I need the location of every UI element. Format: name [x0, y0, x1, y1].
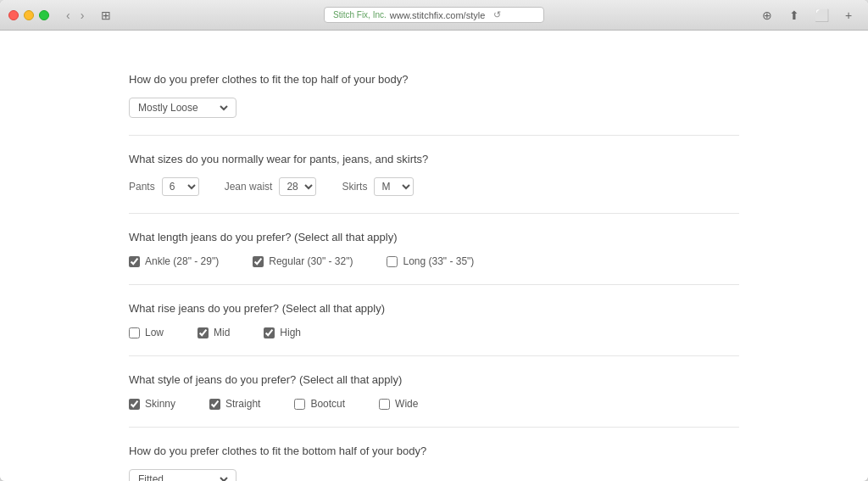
checkbox-ankle[interactable]: Ankle (28" - 29") [129, 255, 219, 267]
jeans-waist-select[interactable]: 24252627 282930 [279, 177, 316, 196]
checkbox-low-input[interactable] [129, 327, 140, 338]
checkbox-high-label: High [280, 327, 301, 338]
pants-label: Pants [129, 181, 155, 193]
bottom-fit-select-wrapper: Very Loose Mostly Loose Somewhat Fitted … [129, 469, 236, 481]
nav-buttons: ‹ › [63, 8, 87, 22]
checkbox-bootcut-label: Bootcut [310, 398, 345, 410]
window-button[interactable]: ⬜ [810, 6, 832, 25]
checkbox-long-label: Long (33" - 35") [403, 255, 474, 267]
page-content: How do you prefer clothes to fit the top… [0, 31, 868, 481]
skirts-select[interactable]: XSS MLXL [374, 177, 414, 196]
secure-indicator: Stitch Fix, Inc. [333, 10, 387, 20]
back-button[interactable]: ‹ [63, 8, 74, 22]
sidebar-button[interactable]: ⊞ [97, 8, 114, 22]
checkbox-regular-label: Regular (30" - 32") [269, 255, 353, 267]
section-top-fit: How do you prefer clothes to fit the top… [129, 56, 739, 136]
top-fit-select[interactable]: Very Loose Mostly Loose Somewhat Fitted … [135, 101, 231, 115]
checkbox-bootcut[interactable]: Bootcut [294, 398, 345, 410]
checkbox-long[interactable]: Long (33" - 35") [387, 255, 474, 267]
url-text: www.stitchfix.com/style [390, 10, 485, 20]
checkbox-wide-input[interactable] [379, 399, 390, 410]
checkbox-high-input[interactable] [264, 327, 275, 338]
jeans-waist-label: Jean waist [225, 181, 273, 193]
checkbox-straight-input[interactable] [209, 399, 220, 410]
jeans-length-group: Ankle (28" - 29") Regular (30" - 32") Lo… [129, 255, 739, 267]
checkbox-skinny[interactable]: Skinny [129, 398, 175, 410]
url-box[interactable]: Stitch Fix, Inc. www.stitchfix.com/style… [324, 7, 544, 23]
checkbox-bootcut-input[interactable] [294, 399, 305, 410]
section-jeans-length: What length jeans do you prefer? (Select… [129, 214, 739, 285]
checkbox-skinny-label: Skinny [145, 398, 175, 410]
refresh-button[interactable]: ↺ [493, 9, 501, 20]
section-jeans-style: What style of jeans do you prefer? (Sele… [129, 356, 739, 428]
content-area: How do you prefer clothes to fit the top… [112, 31, 756, 481]
share-button[interactable]: ⬆ [783, 6, 805, 25]
extensions-button[interactable]: ⊕ [756, 6, 778, 25]
pants-size-item: Pants 024 6810 [129, 177, 199, 196]
checkbox-low[interactable]: Low [129, 327, 164, 338]
size-row: Pants 024 6810 Jean waist 24252627 28293… [129, 177, 739, 196]
address-bar: Stitch Fix, Inc. www.stitchfix.com/style… [324, 7, 544, 23]
browser-window: ‹ › ⊞ Stitch Fix, Inc. www.stitchfix.com… [0, 0, 868, 481]
checkbox-ankle-label: Ankle (28" - 29") [145, 255, 219, 267]
checkbox-mid-input[interactable] [198, 327, 209, 338]
forward-button[interactable]: › [77, 8, 88, 22]
checkbox-long-input[interactable] [387, 256, 398, 267]
skirts-label: Skirts [342, 181, 367, 193]
section-jeans-rise: What rise jeans do you prefer? (Select a… [129, 285, 739, 356]
traffic-lights [8, 10, 49, 20]
checkbox-high[interactable]: High [264, 327, 301, 338]
checkbox-straight-label: Straight [225, 398, 260, 410]
question-jeans-style: What style of jeans do you prefer? (Sele… [129, 373, 739, 386]
bottom-fit-select[interactable]: Very Loose Mostly Loose Somewhat Fitted … [135, 473, 231, 481]
jeans-style-group: Skinny Straight Bootcut Wide [129, 398, 739, 410]
close-button[interactable] [8, 10, 19, 20]
question-bottom-fit: How do you prefer clothes to fit the bot… [129, 445, 739, 457]
skirts-size-item: Skirts XSS MLXL [342, 177, 414, 196]
checkbox-wide-label: Wide [395, 398, 418, 410]
question-jeans-length: What length jeans do you prefer? (Select… [129, 231, 739, 243]
question-jeans-rise: What rise jeans do you prefer? (Select a… [129, 302, 739, 315]
jeans-waist-item: Jean waist 24252627 282930 [225, 177, 317, 196]
new-tab-button[interactable]: + [837, 6, 860, 25]
checkbox-low-label: Low [145, 327, 164, 338]
pants-select[interactable]: 024 6810 [162, 177, 199, 196]
checkbox-ankle-input[interactable] [129, 256, 140, 267]
toolbar-right: ⊕ ⬆ ⬜ + [756, 6, 860, 25]
checkbox-regular[interactable]: Regular (30" - 32") [253, 255, 353, 267]
checkbox-wide[interactable]: Wide [379, 398, 418, 410]
section-sizes: What sizes do you normally wear for pant… [129, 136, 739, 214]
section-bottom-fit: How do you prefer clothes to fit the bot… [129, 428, 739, 481]
maximize-button[interactable] [39, 10, 49, 20]
checkbox-regular-input[interactable] [253, 256, 264, 267]
checkbox-straight[interactable]: Straight [209, 398, 260, 410]
checkbox-mid-label: Mid [214, 327, 230, 338]
question-top-fit: How do you prefer clothes to fit the top… [129, 73, 739, 86]
checkbox-mid[interactable]: Mid [198, 327, 230, 338]
checkbox-skinny-input[interactable] [129, 399, 140, 410]
top-fit-select-wrapper: Very Loose Mostly Loose Somewhat Fitted … [129, 98, 236, 118]
question-sizes: What sizes do you normally wear for pant… [129, 153, 739, 165]
titlebar: ‹ › ⊞ Stitch Fix, Inc. www.stitchfix.com… [0, 0, 868, 31]
jeans-rise-group: Low Mid High [129, 327, 739, 338]
minimize-button[interactable] [24, 10, 34, 20]
